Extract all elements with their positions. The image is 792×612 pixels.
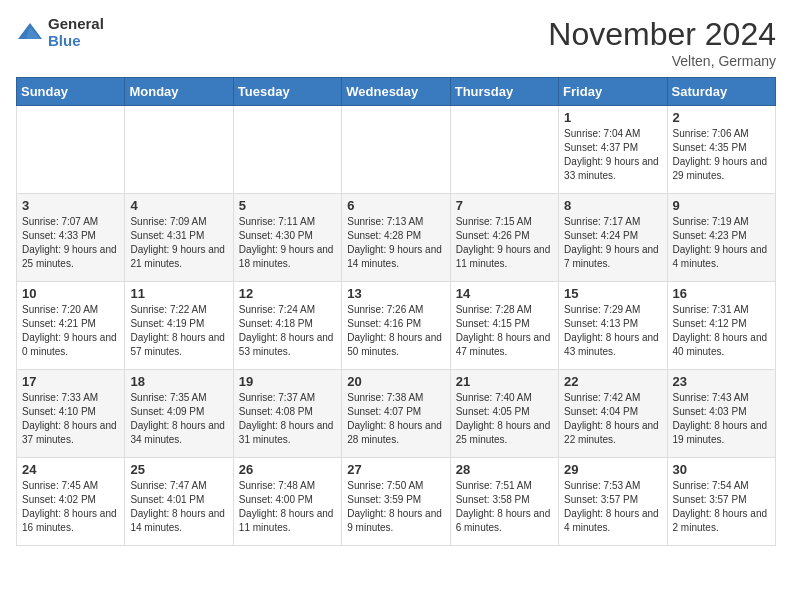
day-number: 17 [22,374,119,389]
day-number: 15 [564,286,661,301]
day-cell: 6Sunrise: 7:13 AM Sunset: 4:28 PM Daylig… [342,194,450,282]
day-info: Sunrise: 7:48 AM Sunset: 4:00 PM Dayligh… [239,479,336,535]
day-number: 16 [673,286,770,301]
day-cell: 9Sunrise: 7:19 AM Sunset: 4:23 PM Daylig… [667,194,775,282]
day-number: 24 [22,462,119,477]
day-number: 10 [22,286,119,301]
day-number: 5 [239,198,336,213]
logo-icon [16,19,44,47]
day-cell: 27Sunrise: 7:50 AM Sunset: 3:59 PM Dayli… [342,458,450,546]
day-number: 29 [564,462,661,477]
day-info: Sunrise: 7:07 AM Sunset: 4:33 PM Dayligh… [22,215,119,271]
day-number: 19 [239,374,336,389]
day-info: Sunrise: 7:17 AM Sunset: 4:24 PM Dayligh… [564,215,661,271]
day-cell: 4Sunrise: 7:09 AM Sunset: 4:31 PM Daylig… [125,194,233,282]
day-info: Sunrise: 7:26 AM Sunset: 4:16 PM Dayligh… [347,303,444,359]
day-cell: 28Sunrise: 7:51 AM Sunset: 3:58 PM Dayli… [450,458,558,546]
day-cell: 30Sunrise: 7:54 AM Sunset: 3:57 PM Dayli… [667,458,775,546]
week-row-5: 24Sunrise: 7:45 AM Sunset: 4:02 PM Dayli… [17,458,776,546]
day-info: Sunrise: 7:51 AM Sunset: 3:58 PM Dayligh… [456,479,553,535]
day-cell [125,106,233,194]
day-info: Sunrise: 7:45 AM Sunset: 4:02 PM Dayligh… [22,479,119,535]
day-info: Sunrise: 7:37 AM Sunset: 4:08 PM Dayligh… [239,391,336,447]
day-number: 7 [456,198,553,213]
weekday-header-tuesday: Tuesday [233,78,341,106]
day-cell: 24Sunrise: 7:45 AM Sunset: 4:02 PM Dayli… [17,458,125,546]
logo-text: General Blue [48,16,104,49]
day-info: Sunrise: 7:28 AM Sunset: 4:15 PM Dayligh… [456,303,553,359]
day-cell: 26Sunrise: 7:48 AM Sunset: 4:00 PM Dayli… [233,458,341,546]
day-number: 13 [347,286,444,301]
week-row-1: 1Sunrise: 7:04 AM Sunset: 4:37 PM Daylig… [17,106,776,194]
day-number: 9 [673,198,770,213]
day-cell: 12Sunrise: 7:24 AM Sunset: 4:18 PM Dayli… [233,282,341,370]
day-number: 14 [456,286,553,301]
day-number: 6 [347,198,444,213]
week-row-4: 17Sunrise: 7:33 AM Sunset: 4:10 PM Dayli… [17,370,776,458]
day-info: Sunrise: 7:43 AM Sunset: 4:03 PM Dayligh… [673,391,770,447]
day-cell: 23Sunrise: 7:43 AM Sunset: 4:03 PM Dayli… [667,370,775,458]
day-number: 18 [130,374,227,389]
day-info: Sunrise: 7:19 AM Sunset: 4:23 PM Dayligh… [673,215,770,271]
weekday-header-sunday: Sunday [17,78,125,106]
day-cell: 17Sunrise: 7:33 AM Sunset: 4:10 PM Dayli… [17,370,125,458]
day-number: 25 [130,462,227,477]
weekday-header-row: SundayMondayTuesdayWednesdayThursdayFrid… [17,78,776,106]
day-cell: 18Sunrise: 7:35 AM Sunset: 4:09 PM Dayli… [125,370,233,458]
day-info: Sunrise: 7:04 AM Sunset: 4:37 PM Dayligh… [564,127,661,183]
day-number: 2 [673,110,770,125]
day-info: Sunrise: 7:20 AM Sunset: 4:21 PM Dayligh… [22,303,119,359]
day-number: 21 [456,374,553,389]
day-info: Sunrise: 7:09 AM Sunset: 4:31 PM Dayligh… [130,215,227,271]
day-cell: 14Sunrise: 7:28 AM Sunset: 4:15 PM Dayli… [450,282,558,370]
day-cell [342,106,450,194]
day-number: 22 [564,374,661,389]
day-cell: 5Sunrise: 7:11 AM Sunset: 4:30 PM Daylig… [233,194,341,282]
day-cell: 19Sunrise: 7:37 AM Sunset: 4:08 PM Dayli… [233,370,341,458]
weekday-header-friday: Friday [559,78,667,106]
day-info: Sunrise: 7:35 AM Sunset: 4:09 PM Dayligh… [130,391,227,447]
day-number: 26 [239,462,336,477]
day-cell: 1Sunrise: 7:04 AM Sunset: 4:37 PM Daylig… [559,106,667,194]
day-cell [450,106,558,194]
weekday-header-monday: Monday [125,78,233,106]
page-header: General Blue November 2024 Velten, Germa… [16,16,776,69]
location: Velten, Germany [548,53,776,69]
day-number: 27 [347,462,444,477]
day-number: 1 [564,110,661,125]
day-info: Sunrise: 7:54 AM Sunset: 3:57 PM Dayligh… [673,479,770,535]
weekday-header-thursday: Thursday [450,78,558,106]
day-info: Sunrise: 7:22 AM Sunset: 4:19 PM Dayligh… [130,303,227,359]
day-number: 12 [239,286,336,301]
day-cell: 7Sunrise: 7:15 AM Sunset: 4:26 PM Daylig… [450,194,558,282]
day-cell: 3Sunrise: 7:07 AM Sunset: 4:33 PM Daylig… [17,194,125,282]
day-cell: 2Sunrise: 7:06 AM Sunset: 4:35 PM Daylig… [667,106,775,194]
day-info: Sunrise: 7:42 AM Sunset: 4:04 PM Dayligh… [564,391,661,447]
day-cell: 21Sunrise: 7:40 AM Sunset: 4:05 PM Dayli… [450,370,558,458]
day-info: Sunrise: 7:15 AM Sunset: 4:26 PM Dayligh… [456,215,553,271]
logo: General Blue [16,16,104,49]
day-number: 8 [564,198,661,213]
day-cell: 25Sunrise: 7:47 AM Sunset: 4:01 PM Dayli… [125,458,233,546]
day-info: Sunrise: 7:40 AM Sunset: 4:05 PM Dayligh… [456,391,553,447]
day-cell: 13Sunrise: 7:26 AM Sunset: 4:16 PM Dayli… [342,282,450,370]
day-number: 3 [22,198,119,213]
day-info: Sunrise: 7:33 AM Sunset: 4:10 PM Dayligh… [22,391,119,447]
day-info: Sunrise: 7:24 AM Sunset: 4:18 PM Dayligh… [239,303,336,359]
weekday-header-wednesday: Wednesday [342,78,450,106]
day-number: 23 [673,374,770,389]
day-number: 28 [456,462,553,477]
day-cell [17,106,125,194]
day-cell: 11Sunrise: 7:22 AM Sunset: 4:19 PM Dayli… [125,282,233,370]
logo-blue-text: Blue [48,33,104,50]
day-info: Sunrise: 7:47 AM Sunset: 4:01 PM Dayligh… [130,479,227,535]
logo-general-text: General [48,16,104,33]
day-cell: 15Sunrise: 7:29 AM Sunset: 4:13 PM Dayli… [559,282,667,370]
day-info: Sunrise: 7:11 AM Sunset: 4:30 PM Dayligh… [239,215,336,271]
day-number: 30 [673,462,770,477]
day-number: 4 [130,198,227,213]
day-info: Sunrise: 7:38 AM Sunset: 4:07 PM Dayligh… [347,391,444,447]
title-block: November 2024 Velten, Germany [548,16,776,69]
day-info: Sunrise: 7:50 AM Sunset: 3:59 PM Dayligh… [347,479,444,535]
day-info: Sunrise: 7:31 AM Sunset: 4:12 PM Dayligh… [673,303,770,359]
